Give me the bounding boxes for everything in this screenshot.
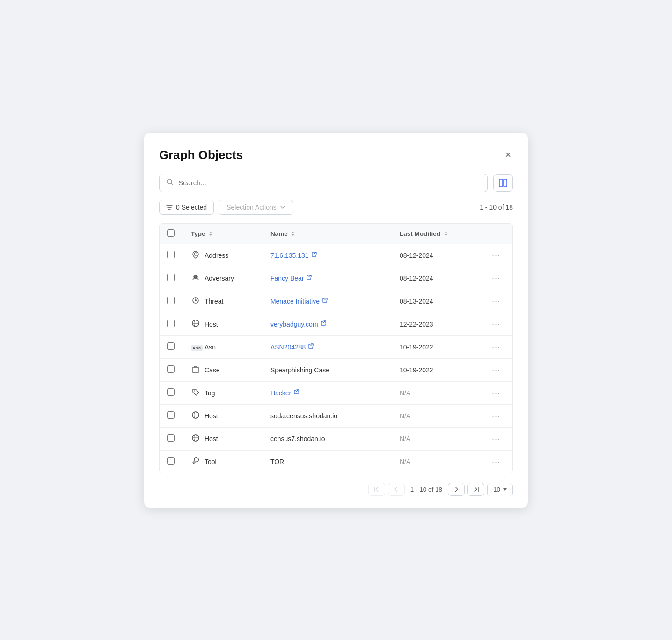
type-cell: Case [183,358,263,381]
name-text: 71.6.135.131 [270,252,309,259]
name-cell[interactable]: Hacker [263,381,392,404]
row-checkbox-cell[interactable] [160,427,183,450]
pagination-row: 1 - 10 of 18 10 [159,483,513,496]
row-checkbox[interactable] [167,411,175,419]
row-checkbox-cell[interactable] [160,267,183,290]
name-text: census7.shodan.io [270,435,325,443]
first-page-button[interactable] [368,483,385,496]
table-row: AdversaryFancy Bear08-12-2024··· [160,267,512,290]
layout-toggle-button[interactable] [493,174,513,192]
row-checkbox[interactable] [167,274,175,281]
row-checkbox-cell[interactable] [160,313,183,335]
type-label: Asn [205,343,216,351]
row-checkbox-cell[interactable] [160,404,183,427]
more-options-button[interactable]: ··· [489,319,503,329]
name-link[interactable]: Hacker [270,389,299,397]
row-checkbox-cell[interactable] [160,381,183,404]
name-cell: soda.census.shodan.io [263,404,392,427]
external-link-icon [321,320,326,327]
more-options-button[interactable]: ··· [489,457,503,467]
more-options-cell[interactable]: ··· [482,358,512,381]
panel-header: Graph Objects × [159,148,513,162]
next-page-button[interactable] [448,483,465,496]
more-options-cell[interactable]: ··· [482,313,512,335]
prev-page-button[interactable] [388,483,405,496]
table-row: Address71.6.135.13108-12-2024··· [160,244,512,267]
row-checkbox[interactable] [167,457,175,465]
name-cell[interactable]: verybadguy.com [263,313,392,335]
row-checkbox[interactable] [167,365,175,373]
date-column-header[interactable]: Last Modified [392,224,482,244]
more-options-cell[interactable]: ··· [482,335,512,358]
row-checkbox[interactable] [167,251,175,258]
name-cell[interactable]: 71.6.135.131 [263,244,392,267]
name-link[interactable]: verybadguy.com [270,320,326,328]
row-checkbox[interactable] [167,342,175,350]
close-button[interactable]: × [503,148,513,162]
more-options-button[interactable]: ··· [489,273,503,284]
more-options-button[interactable]: ··· [489,388,503,398]
row-checkbox[interactable] [167,434,175,442]
per-page-button[interactable]: 10 [487,483,513,496]
name-cell[interactable]: Fancy Bear [263,267,392,290]
pagination-summary: 1 - 10 of 18 [480,204,513,211]
svg-line-1 [171,183,173,185]
row-checkbox-cell[interactable] [160,450,183,473]
more-options-button[interactable]: ··· [489,296,503,306]
row-checkbox-cell[interactable] [160,290,183,313]
row-checkbox[interactable] [167,320,175,327]
more-options-cell[interactable]: ··· [482,381,512,404]
more-options-button[interactable]: ··· [489,434,503,444]
name-column-header[interactable]: Name [263,224,392,244]
date-cell: N/A [392,381,482,404]
name-text: Menace Initiative [270,298,320,305]
date-cell: N/A [392,404,482,427]
more-options-cell[interactable]: ··· [482,450,512,473]
name-link[interactable]: Fancy Bear [270,275,312,282]
more-options-cell[interactable]: ··· [482,427,512,450]
external-link-icon [322,298,328,305]
row-checkbox-cell[interactable] [160,335,183,358]
type-label: Threat [205,298,223,305]
last-page-button[interactable] [467,483,484,496]
date-cell: 08-12-2024 [392,244,482,267]
more-options-button[interactable]: ··· [489,250,503,261]
more-options-cell[interactable]: ··· [482,267,512,290]
table-row: Hostsoda.census.shodan.ioN/A··· [160,404,512,427]
more-options-cell[interactable]: ··· [482,404,512,427]
type-cell: Threat [183,290,263,313]
name-cell[interactable]: ASN204288 [263,335,392,358]
row-checkbox[interactable] [167,388,175,396]
search-input[interactable] [178,179,481,187]
more-options-cell[interactable]: ··· [482,290,512,313]
name-text: ASN204288 [270,343,306,351]
name-link[interactable]: ASN204288 [270,343,314,351]
name-text: Fancy Bear [270,275,304,282]
more-options-cell[interactable]: ··· [482,244,512,267]
name-link[interactable]: 71.6.135.131 [270,252,317,259]
external-link-icon [308,343,314,350]
more-options-button[interactable]: ··· [489,342,503,352]
row-checkbox-cell[interactable] [160,358,183,381]
name-cell[interactable]: Menace Initiative [263,290,392,313]
selected-filter-button[interactable]: 0 Selected [159,200,214,215]
type-label: Host [205,435,218,443]
name-text: TOR [270,458,284,465]
row-checkbox[interactable] [167,297,175,304]
type-column-header[interactable]: Type [183,224,263,244]
svg-rect-3 [504,179,507,187]
external-link-icon [311,252,317,259]
name-link[interactable]: Menace Initiative [270,298,328,305]
selection-actions-button[interactable]: Selection Actions [219,200,293,215]
selected-count-label: 0 Selected [176,204,207,211]
type-cell: Adversary [183,267,263,290]
more-options-button[interactable]: ··· [489,365,503,375]
name-text: Spearphishing Case [270,366,329,374]
toolbar-row: 0 Selected Selection Actions 1 - 10 of 1… [159,200,513,215]
table-row: Hostcensus7.shodan.ioN/A··· [160,427,512,450]
row-checkbox-cell[interactable] [160,244,183,267]
date-cell: 10-19-2022 [392,335,482,358]
select-all-header[interactable] [160,224,183,244]
more-options-button[interactable]: ··· [489,411,503,421]
select-all-checkbox[interactable] [167,229,175,237]
